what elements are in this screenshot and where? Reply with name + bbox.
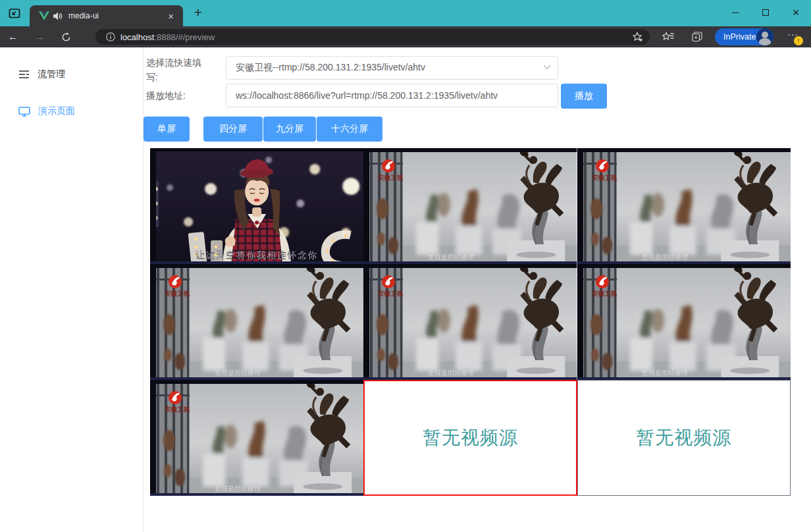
- quad-split-button[interactable]: 四分屏: [203, 117, 263, 142]
- video-cell-sculpture[interactable]: [577, 148, 791, 264]
- video-cell-sculpture[interactable]: [150, 264, 363, 380]
- browser-titlebar: media-ui × + ×: [0, 0, 811, 26]
- video-cell-singer[interactable]: [150, 148, 363, 264]
- single-screen-button[interactable]: 单屏: [144, 117, 190, 142]
- play-address-label: 播放地址:: [146, 88, 186, 103]
- notification-badge[interactable]: ↑: [794, 36, 803, 45]
- new-tab-button[interactable]: +: [190, 4, 207, 21]
- back-button[interactable]: ←: [0, 31, 26, 43]
- video-cell-sculpture[interactable]: [577, 264, 791, 380]
- window-maximize-button[interactable]: [750, 0, 781, 25]
- collections-icon[interactable]: [689, 29, 706, 45]
- nine-split-button[interactable]: 九分屏: [263, 117, 316, 142]
- chevron-down-icon: [543, 65, 551, 70]
- play-button[interactable]: 播放: [561, 84, 607, 109]
- browser-window: media-ui × + × ← → localhost:8888/: [0, 0, 811, 532]
- video-cell-sculpture[interactable]: [363, 148, 577, 264]
- add-favorite-icon[interactable]: [632, 32, 643, 42]
- video-cell-empty[interactable]: 暂无视频源: [363, 380, 577, 496]
- tab-actions-menu-icon[interactable]: [8, 7, 21, 20]
- refresh-button[interactable]: [53, 32, 79, 42]
- sidebar-item-label: 流管理: [38, 68, 65, 80]
- browser-tab[interactable]: media-ui ×: [30, 5, 183, 26]
- video-cell-sculpture[interactable]: [150, 380, 363, 496]
- site-info-icon[interactable]: [106, 32, 115, 41]
- sidebar-item-stream-management[interactable]: 流管理: [18, 68, 65, 80]
- url-path: :8888/#/preview: [154, 32, 215, 42]
- favorites-icon[interactable]: [660, 29, 677, 45]
- play-address-input[interactable]: [226, 84, 558, 107]
- tab-close-icon[interactable]: ×: [165, 11, 176, 21]
- sidebar-item-demo-page[interactable]: 演示页面: [18, 105, 75, 117]
- video-grid: 暂无视频源暂无视频源: [150, 148, 791, 496]
- inprivate-badge[interactable]: InPrivate: [715, 28, 773, 45]
- vue-favicon: [39, 11, 49, 20]
- window-minimize-button[interactable]: [720, 0, 750, 25]
- browser-toolbar: ← → localhost:8888/#/preview: [0, 26, 811, 47]
- screen-split-controls: 单屏 四分屏 九分屏 十六分屏: [144, 117, 382, 142]
- no-source-text: 暂无视频源: [423, 425, 518, 450]
- monitor-icon: [18, 107, 30, 117]
- window-close-button[interactable]: ×: [781, 0, 811, 25]
- stream-list-icon: [18, 70, 30, 79]
- sixteen-split-button[interactable]: 十六分屏: [317, 117, 382, 142]
- url-host: localhost: [120, 32, 154, 42]
- video-cell-sculpture[interactable]: [363, 264, 577, 380]
- sidebar: 流管理 演示页面: [0, 47, 144, 532]
- sidebar-item-label: 演示页面: [38, 105, 75, 117]
- address-bar[interactable]: localhost:8888/#/preview: [95, 29, 650, 45]
- stream-select[interactable]: 安徽卫视--rtmp://58.200.131.2:1935/livetv/ah…: [226, 56, 558, 80]
- inprivate-label: InPrivate: [715, 32, 756, 41]
- forward-button[interactable]: →: [26, 31, 53, 43]
- stream-select-value: 安徽卫视--rtmp://58.200.131.2:1935/livetv/ah…: [236, 62, 538, 74]
- no-source-text: 暂无视频源: [636, 425, 731, 450]
- profile-avatar: [756, 28, 773, 45]
- select-stream-label: 选择流快速填写:: [146, 55, 207, 84]
- video-cell-empty[interactable]: 暂无视频源: [577, 380, 791, 496]
- tab-title: media-ui: [68, 11, 165, 20]
- tab-audio-icon[interactable]: [53, 12, 63, 20]
- app-page: 流管理 演示页面 选择流快速填写: 安徽卫视--rtmp://58.200.13…: [0, 47, 811, 532]
